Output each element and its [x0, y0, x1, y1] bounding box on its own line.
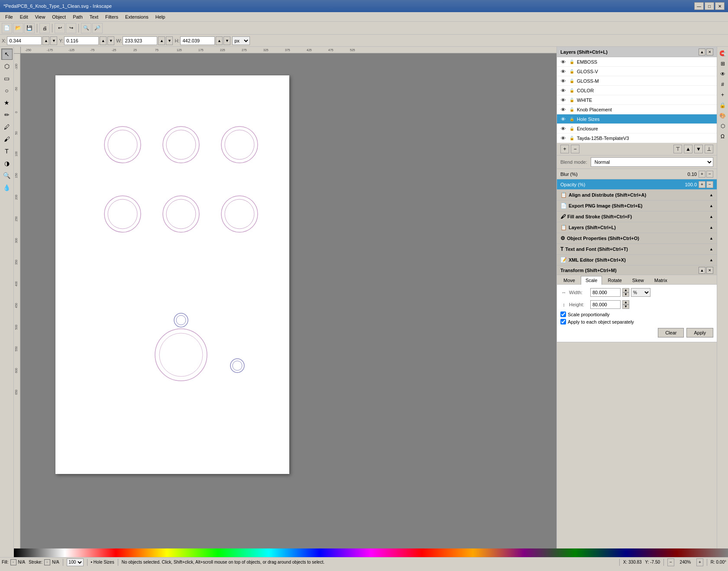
x-up-button[interactable]: ▲ — [42, 36, 49, 45]
layers-panel-collapse[interactable]: ▲ — [699, 49, 705, 55]
layer-lock-0[interactable]: 🔓 — [568, 58, 575, 65]
menu-extensions[interactable]: Extensions — [122, 13, 152, 20]
zoom-out-button[interactable]: 🔎 — [92, 23, 103, 33]
blend-mode-select[interactable]: Normal — [591, 157, 713, 167]
layer-eye-4[interactable]: 👁 — [560, 97, 566, 104]
layer-item-gloss-m[interactable]: 👁🔓GLOSS-M — [557, 76, 717, 86]
print-button[interactable]: 🖨 — [39, 23, 50, 33]
w-up-button[interactable]: ▲ — [158, 36, 165, 45]
menu-view[interactable]: View — [32, 13, 49, 20]
layer-item-gloss-v[interactable]: 👁🔓GLOSS-V — [557, 67, 717, 76]
apply-button[interactable]: Apply — [686, 328, 713, 337]
zoom-out-btn[interactable]: − — [667, 558, 674, 566]
layer-lock-8[interactable]: 🔓 — [568, 135, 575, 142]
tab-rotate[interactable]: Rotate — [603, 276, 626, 284]
export-png-header[interactable]: 📄 Export PNG Image (Shift+Ctrl+E) ▲ — [557, 201, 717, 211]
zoom-fit-icon[interactable]: ⊞ — [718, 59, 728, 68]
layer-bottom-button[interactable]: ⊥ — [705, 145, 713, 153]
height-input[interactable] — [590, 300, 621, 309]
guide-icon[interactable]: + — [718, 90, 728, 100]
opacity-decrease-button[interactable]: − — [706, 181, 713, 188]
layer-eye-5[interactable]: 👁 — [560, 106, 566, 113]
add-layer-button[interactable]: + — [560, 145, 569, 153]
layer-eye-0[interactable]: 👁 — [560, 58, 566, 65]
align-distribute-header[interactable]: 📋 Align and Distribute (Shift+Ctrl+A) ▲ — [557, 190, 717, 200]
y-input[interactable] — [64, 36, 99, 45]
layer-eye-8[interactable]: 👁 — [560, 135, 566, 142]
snap-icon[interactable]: 🧲 — [718, 49, 728, 58]
zoom-in-btn[interactable]: + — [696, 558, 703, 566]
lock-guide-icon[interactable]: 🔒 — [718, 101, 728, 110]
text-tool[interactable]: T — [1, 146, 13, 157]
w-down-button[interactable]: ▼ — [166, 36, 173, 45]
layer-eye-3[interactable]: 👁 — [560, 87, 566, 94]
transform-collapse[interactable]: ▲ — [699, 267, 705, 274]
transform-close[interactable]: ✕ — [706, 267, 713, 274]
menu-filters[interactable]: Filters — [102, 13, 122, 20]
star-tool[interactable]: ★ — [1, 97, 13, 108]
pen-tool[interactable]: 🖊 — [1, 121, 13, 133]
x-input[interactable] — [7, 36, 42, 45]
y-down-button[interactable]: ▼ — [107, 36, 114, 45]
undo-button[interactable]: ↩ — [55, 23, 65, 33]
minimize-button[interactable]: — — [694, 2, 704, 10]
menu-help[interactable]: Help — [152, 13, 169, 20]
layer-lock-5[interactable]: 🔓 — [568, 106, 575, 113]
clear-button[interactable]: Clear — [658, 328, 684, 337]
menu-file[interactable]: File — [2, 13, 16, 20]
menu-path[interactable]: Path — [69, 13, 86, 20]
layer-item-color[interactable]: 👁🔓COLOR — [557, 86, 717, 95]
gradient-tool[interactable]: ◑ — [1, 158, 13, 169]
layer-eye-1[interactable]: 👁 — [560, 68, 566, 75]
rect-tool[interactable]: ▭ — [1, 73, 13, 84]
height-up-button[interactable]: ▲ — [622, 300, 629, 305]
w-input[interactable] — [123, 36, 157, 45]
layer-eye-7[interactable]: 👁 — [560, 125, 566, 132]
height-down-button[interactable]: ▼ — [622, 305, 629, 309]
zoom-tool[interactable]: 🔍 — [1, 170, 13, 181]
blur-increase-button[interactable]: + — [699, 171, 705, 178]
close-button[interactable]: ✕ — [715, 2, 725, 10]
view-icon[interactable]: 👁 — [718, 69, 728, 79]
layer-down-button[interactable]: ▼ — [694, 145, 703, 153]
y-up-button[interactable]: ▲ — [100, 36, 107, 45]
layer-lock-6[interactable]: 🔓 — [568, 116, 575, 123]
layer-lock-7[interactable]: 🔓 — [568, 125, 575, 132]
layer-eye-6[interactable]: 👁 — [560, 116, 566, 123]
node-tool[interactable]: ⬡ — [1, 61, 13, 72]
remove-layer-button[interactable]: − — [571, 145, 579, 153]
layer-lock-1[interactable]: 🔓 — [568, 68, 575, 75]
h-input[interactable] — [180, 36, 215, 45]
menu-object[interactable]: Object — [49, 13, 69, 20]
width-input[interactable] — [590, 288, 621, 297]
tab-matrix[interactable]: Matrix — [650, 276, 672, 284]
node-edit-icon[interactable]: ⬡ — [718, 121, 728, 131]
xml-editor-header[interactable]: 📝 XML Editor (Shift+Ctrl+X) ▲ — [557, 255, 717, 265]
width-unit-select[interactable]: % px mm — [631, 288, 650, 297]
layer-item-hole-sizes[interactable]: 👁🔓Hole Sizes — [557, 114, 717, 124]
layer-item-tayda-125b-templatev3[interactable]: 👁🔓Tayda-125B-TemplateV3 — [557, 133, 717, 143]
tab-scale[interactable]: Scale — [581, 276, 602, 285]
tab-move[interactable]: Move — [559, 276, 580, 284]
open-button[interactable]: 📂 — [13, 23, 23, 33]
save-button[interactable]: 💾 — [24, 23, 35, 33]
width-down-button[interactable]: ▼ — [622, 292, 629, 297]
symbol-icon[interactable]: Ω — [718, 132, 728, 141]
apply-each-checkbox[interactable] — [560, 319, 566, 324]
layer-top-button[interactable]: ⊤ — [673, 145, 682, 153]
new-button[interactable]: 📄 — [2, 23, 12, 33]
scale-proportionally-checkbox[interactable] — [560, 311, 566, 317]
ellipse-tool[interactable]: ○ — [1, 85, 13, 96]
layer-item-knob-placement[interactable]: 👁🔓Knob Placement — [557, 105, 717, 114]
layer-lock-4[interactable]: 🔓 — [568, 97, 575, 104]
blur-decrease-button[interactable]: − — [706, 171, 713, 178]
object-properties-header[interactable]: ⚙ Object Properties (Shift+Ctrl+O) ▲ — [557, 233, 717, 243]
dropper-tool[interactable]: 💧 — [1, 182, 13, 193]
opacity-select[interactable]: 100 — [67, 558, 84, 566]
color-bar[interactable] — [14, 548, 728, 557]
layers-accordion-header[interactable]: 📋 Layers (Shift+Ctrl+L) ▲ — [557, 222, 717, 233]
h-up-button[interactable]: ▲ — [216, 36, 223, 45]
layer-lock-3[interactable]: 🔓 — [568, 87, 575, 94]
layer-eye-2[interactable]: 👁 — [560, 78, 566, 84]
width-up-button[interactable]: ▲ — [622, 288, 629, 292]
